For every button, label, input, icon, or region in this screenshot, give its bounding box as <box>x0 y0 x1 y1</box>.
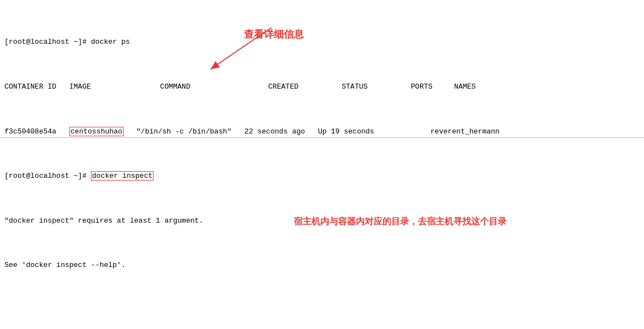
prompt: [root@localhost ~]# docker ps <box>4 38 130 46</box>
cmd-highlight: docker inspect <box>91 171 154 181</box>
terminal-window: [root@localhost ~]# docker ps CONTAINER … <box>0 0 644 329</box>
divider <box>0 137 644 138</box>
annotation-host-dir: 宿主机内与容器内对应的目录，去宿主机寻找这个目录 <box>294 216 507 228</box>
image-highlight: centosshuhao <box>69 127 124 136</box>
line-docker-ps: [root@localhost ~]# docker ps <box>4 37 640 48</box>
table-header: CONTAINER ID IMAGE COMMAND CREATED STATU… <box>4 81 640 92</box>
line-blank <box>4 305 640 316</box>
table-row: f3c50408e54a centosshuhao "/bin/sh -c /b… <box>4 126 640 137</box>
arrow1 <box>183 17 294 78</box>
line-docker-inspect-cmd: [root@localhost ~]# docker inspect <box>4 171 640 182</box>
line-error2: See 'docker inspect --help'. <box>4 260 640 271</box>
